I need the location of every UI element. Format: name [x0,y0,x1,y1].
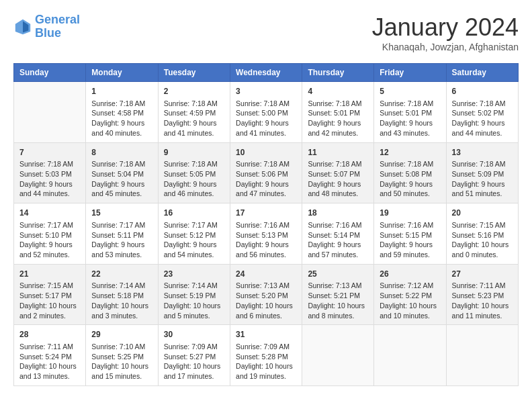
day-number: 20 [452,208,513,219]
calendar-cell: 26Sunrise: 7:12 AMSunset: 5:22 PMDayligh… [374,264,446,325]
day-info: Sunrise: 7:18 AMSunset: 4:58 PMDaylight:… [91,99,152,138]
day-info: Sunrise: 7:12 AMSunset: 5:22 PMDaylight:… [380,281,440,320]
day-number: 4 [308,86,368,97]
header-sunday: Sunday [14,64,86,82]
day-number: 6 [452,86,513,97]
day-number: 12 [380,147,440,158]
day-info: Sunrise: 7:17 AMSunset: 5:10 PMDaylight:… [19,220,80,260]
day-info: Sunrise: 7:10 AMSunset: 5:25 PMDaylight:… [91,342,152,381]
day-info: Sunrise: 7:09 AMSunset: 5:28 PMDaylight:… [236,342,296,381]
calendar-cell: 22Sunrise: 7:14 AMSunset: 5:18 PMDayligh… [86,264,158,325]
day-info: Sunrise: 7:16 AMSunset: 5:13 PMDaylight:… [236,220,296,260]
day-info: Sunrise: 7:14 AMSunset: 5:18 PMDaylight:… [91,281,152,320]
week-row-1: 1Sunrise: 7:18 AMSunset: 4:58 PMDaylight… [14,82,519,143]
day-info: Sunrise: 7:17 AMSunset: 5:11 PMDaylight:… [91,220,152,260]
day-info: Sunrise: 7:18 AMSunset: 5:05 PMDaylight:… [164,159,224,199]
day-number: 30 [164,329,224,340]
day-number: 10 [236,147,296,158]
day-number: 31 [236,329,296,340]
calendar-cell [446,325,518,386]
calendar-cell: 14Sunrise: 7:17 AMSunset: 5:10 PMDayligh… [14,203,86,265]
day-info: Sunrise: 7:17 AMSunset: 5:12 PMDaylight:… [164,220,224,260]
day-info: Sunrise: 7:18 AMSunset: 5:06 PMDaylight:… [236,159,296,199]
header-thursday: Thursday [302,64,374,82]
day-info: Sunrise: 7:18 AMSunset: 5:03 PMDaylight:… [19,159,80,199]
calendar-cell: 8Sunrise: 7:18 AMSunset: 5:04 PMDaylight… [86,142,158,203]
day-number: 7 [19,147,80,158]
day-number: 15 [91,208,152,219]
calendar-cell: 5Sunrise: 7:18 AMSunset: 5:01 PMDaylight… [374,82,446,143]
week-row-5: 28Sunrise: 7:11 AMSunset: 5:24 PMDayligh… [14,325,519,386]
location-text: Khanaqah, Jowzjan, Afghanistan [372,42,519,52]
header-saturday: Saturday [446,64,518,82]
logo-icon [13,17,32,36]
calendar-cell: 21Sunrise: 7:15 AMSunset: 5:17 PMDayligh… [14,264,86,325]
day-number: 5 [380,86,440,97]
calendar-cell: 24Sunrise: 7:13 AMSunset: 5:20 PMDayligh… [230,264,302,325]
calendar-cell [302,325,374,386]
day-info: Sunrise: 7:15 AMSunset: 5:17 PMDaylight:… [19,281,80,320]
day-info: Sunrise: 7:11 AMSunset: 5:23 PMDaylight:… [452,281,513,320]
calendar-cell: 12Sunrise: 7:18 AMSunset: 5:08 PMDayligh… [374,142,446,203]
week-row-4: 21Sunrise: 7:15 AMSunset: 5:17 PMDayligh… [14,264,519,325]
day-info: Sunrise: 7:18 AMSunset: 5:07 PMDaylight:… [308,159,368,199]
calendar-cell: 6Sunrise: 7:18 AMSunset: 5:02 PMDaylight… [446,82,518,143]
calendar-cell: 16Sunrise: 7:17 AMSunset: 5:12 PMDayligh… [158,203,230,265]
day-info: Sunrise: 7:18 AMSunset: 5:00 PMDaylight:… [236,99,296,138]
day-info: Sunrise: 7:18 AMSunset: 5:01 PMDaylight:… [380,99,440,138]
day-number: 23 [164,269,224,280]
day-number: 21 [19,269,80,280]
day-number: 1 [91,86,152,97]
day-info: Sunrise: 7:13 AMSunset: 5:21 PMDaylight:… [308,281,368,320]
page-header: General Blue January 2024 Khanaqah, Jowz… [13,13,519,52]
day-number: 19 [380,208,440,219]
day-info: Sunrise: 7:18 AMSunset: 5:08 PMDaylight:… [380,159,440,199]
calendar-cell: 3Sunrise: 7:18 AMSunset: 5:00 PMDaylight… [230,82,302,143]
day-number: 14 [19,208,80,219]
calendar-cell: 17Sunrise: 7:16 AMSunset: 5:13 PMDayligh… [230,203,302,265]
day-info: Sunrise: 7:18 AMSunset: 5:09 PMDaylight:… [452,159,513,199]
calendar-cell: 11Sunrise: 7:18 AMSunset: 5:07 PMDayligh… [302,142,374,203]
calendar-cell: 1Sunrise: 7:18 AMSunset: 4:58 PMDaylight… [86,82,158,143]
day-number: 13 [452,147,513,158]
day-number: 26 [380,269,440,280]
day-number: 18 [308,208,368,219]
header-friday: Friday [374,64,446,82]
calendar-cell: 2Sunrise: 7:18 AMSunset: 4:59 PMDaylight… [158,82,230,143]
day-number: 29 [91,329,152,340]
calendar-cell [14,82,86,143]
day-info: Sunrise: 7:16 AMSunset: 5:15 PMDaylight:… [380,220,440,260]
day-number: 8 [91,147,152,158]
calendar-cell: 28Sunrise: 7:11 AMSunset: 5:24 PMDayligh… [14,325,86,386]
day-info: Sunrise: 7:09 AMSunset: 5:27 PMDaylight:… [164,342,224,381]
title-block: January 2024 Khanaqah, Jowzjan, Afghanis… [372,13,519,52]
calendar-cell: 27Sunrise: 7:11 AMSunset: 5:23 PMDayligh… [446,264,518,325]
day-info: Sunrise: 7:15 AMSunset: 5:16 PMDaylight:… [452,220,513,260]
calendar-cell: 9Sunrise: 7:18 AMSunset: 5:05 PMDaylight… [158,142,230,203]
week-row-3: 14Sunrise: 7:17 AMSunset: 5:10 PMDayligh… [14,203,519,265]
day-info: Sunrise: 7:18 AMSunset: 5:04 PMDaylight:… [91,159,152,199]
day-info: Sunrise: 7:18 AMSunset: 5:01 PMDaylight:… [308,99,368,138]
day-info: Sunrise: 7:18 AMSunset: 4:59 PMDaylight:… [164,99,224,138]
day-number: 28 [19,329,80,340]
day-number: 11 [308,147,368,158]
day-number: 17 [236,208,296,219]
day-info: Sunrise: 7:11 AMSunset: 5:24 PMDaylight:… [19,342,80,381]
logo: General Blue [13,13,80,40]
calendar-cell: 20Sunrise: 7:15 AMSunset: 5:16 PMDayligh… [446,203,518,265]
calendar-cell: 25Sunrise: 7:13 AMSunset: 5:21 PMDayligh… [302,264,374,325]
calendar-cell: 30Sunrise: 7:09 AMSunset: 5:27 PMDayligh… [158,325,230,386]
calendar-cell: 18Sunrise: 7:16 AMSunset: 5:14 PMDayligh… [302,203,374,265]
day-info: Sunrise: 7:13 AMSunset: 5:20 PMDaylight:… [236,281,296,320]
calendar-cell: 19Sunrise: 7:16 AMSunset: 5:15 PMDayligh… [374,203,446,265]
day-number: 3 [236,86,296,97]
calendar-cell: 7Sunrise: 7:18 AMSunset: 5:03 PMDaylight… [14,142,86,203]
day-info: Sunrise: 7:14 AMSunset: 5:19 PMDaylight:… [164,281,224,320]
calendar-cell [374,325,446,386]
calendar-cell: 23Sunrise: 7:14 AMSunset: 5:19 PMDayligh… [158,264,230,325]
calendar-cell: 29Sunrise: 7:10 AMSunset: 5:25 PMDayligh… [86,325,158,386]
day-number: 25 [308,269,368,280]
calendar-cell: 4Sunrise: 7:18 AMSunset: 5:01 PMDaylight… [302,82,374,143]
calendar-cell: 15Sunrise: 7:17 AMSunset: 5:11 PMDayligh… [86,203,158,265]
day-number: 16 [164,208,224,219]
